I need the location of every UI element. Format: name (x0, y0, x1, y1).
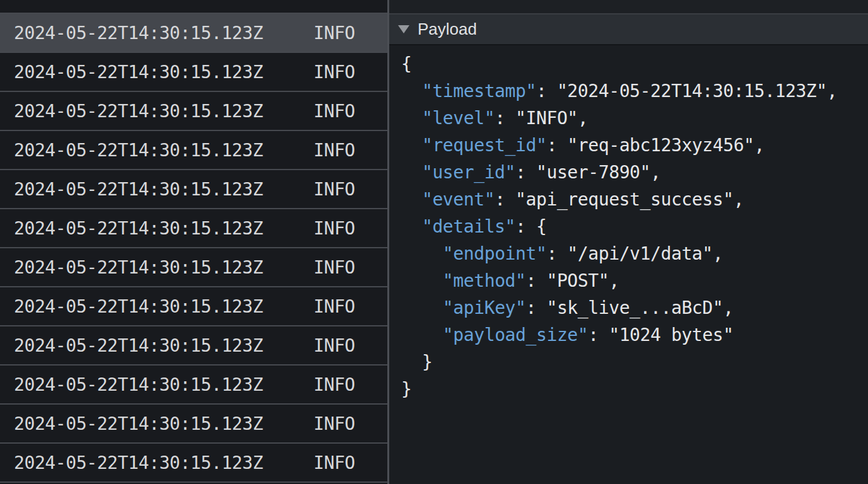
log-timestamp-cell: 2024-05-22T14:30:15.123Z (14, 0, 263, 4)
log-level-cell: INFO (314, 62, 355, 83)
log-row[interactable]: 2024-05-22T14:30:15.123ZINFO (0, 248, 387, 287)
log-timestamp-cell: 2024-05-22T14:30:15.123Z (14, 452, 263, 473)
payload-json-line: "event": "api_request_success", (401, 186, 868, 213)
log-level-cell: INFO (314, 452, 355, 473)
log-row[interactable]: 2024-05-22T14:30:15.123ZINFO (0, 405, 387, 444)
payload-json-view: { "timestamp": "2024-05-22T14:30:15.123Z… (389, 45, 868, 403)
log-timestamp-cell: 2024-05-22T14:30:15.123Z (14, 374, 263, 395)
log-rows-container: 2024-05-22T14:30:15.123ZINFO2024-05-22T1… (0, 0, 387, 484)
payload-json-line: "timestamp": "2024-05-22T14:30:15.123Z", (401, 78, 868, 105)
log-row[interactable]: 2024-05-22T14:30:15.123ZINFO (0, 131, 387, 170)
payload-section-title: Payload (418, 20, 477, 39)
payload-json-line: "payload_size": "1024 bytes" (401, 321, 868, 349)
log-timestamp-cell: 2024-05-22T14:30:15.123Z (14, 23, 263, 43)
log-timestamp-cell: 2024-05-22T14:30:15.123Z (14, 62, 263, 83)
log-level-cell: INFO (314, 101, 355, 122)
log-row[interactable]: 2024-05-22T14:30:15.123ZINFO (0, 326, 387, 366)
log-timestamp-cell: 2024-05-22T14:30:15.123Z (14, 101, 263, 122)
log-timestamp-cell: 2024-05-22T14:30:15.123Z (14, 179, 263, 200)
log-row[interactable]: 2024-05-22T14:30:15.123ZINFO (0, 444, 387, 483)
payload-json-line: "details": { (401, 213, 868, 240)
log-level-cell: INFO (314, 296, 355, 317)
log-row[interactable]: 2024-05-22T14:30:15.123ZINFO (0, 170, 387, 209)
payload-json-line: "user_id": "user-7890", (401, 159, 868, 186)
log-level-cell: INFO (314, 413, 355, 434)
payload-json-line: "method": "POST", (401, 267, 868, 294)
payload-json-line: "request_id": "req-abc123xyz456", (401, 132, 868, 159)
log-level-cell: INFO (314, 374, 355, 395)
payload-panel: Payload { "timestamp": "2024-05-22T14:30… (389, 0, 868, 484)
log-timestamp-cell: 2024-05-22T14:30:15.123Z (14, 335, 263, 356)
log-level-cell: INFO (314, 140, 355, 161)
log-row[interactable]: 2024-05-22T14:30:15.123ZINFO (0, 53, 387, 92)
payload-json-line: "level": "INFO", (401, 105, 868, 132)
log-timestamp-cell: 2024-05-22T14:30:15.123Z (14, 140, 263, 161)
log-table-panel: 2024-05-22T14:30:15.123ZINFO2024-05-22T1… (0, 0, 387, 484)
log-timestamp-cell: 2024-05-22T14:30:15.123Z (14, 257, 263, 278)
log-viewer: 2024-05-22T14:30:15.123ZINFO2024-05-22T1… (0, 0, 868, 484)
log-level-cell: INFO (314, 218, 355, 239)
log-row[interactable]: 2024-05-22T14:30:15.123ZINFO (0, 14, 387, 53)
payload-json-line: "apiKey": "sk_live_...aBcD", (401, 294, 868, 321)
log-row[interactable]: 2024-05-22T14:30:15.123ZINFO (0, 287, 387, 326)
log-row[interactable]: 2024-05-22T14:30:15.123ZINFO (0, 0, 387, 14)
payload-json-line: { (401, 50, 868, 78)
log-level-cell: INFO (314, 23, 355, 43)
log-row[interactable]: 2024-05-22T14:30:15.123ZINFO (0, 92, 387, 131)
log-level-cell: INFO (314, 335, 355, 356)
log-timestamp-cell: 2024-05-22T14:30:15.123Z (14, 296, 263, 317)
payload-section-header[interactable]: Payload (389, 13, 868, 45)
log-level-cell: INFO (314, 257, 355, 278)
log-level-cell: INFO (314, 179, 355, 200)
log-timestamp-cell: 2024-05-22T14:30:15.123Z (14, 413, 263, 434)
payload-json-line: "endpoint": "/api/v1/data", (401, 240, 868, 267)
payload-json-line: } (401, 349, 868, 376)
log-row[interactable]: 2024-05-22T14:30:15.123ZINFO (0, 366, 387, 405)
log-level-cell: INFO (314, 0, 355, 4)
payload-json-line: } (401, 376, 868, 403)
log-timestamp-cell: 2024-05-22T14:30:15.123Z (14, 218, 263, 239)
payload-top-strip (389, 0, 868, 13)
log-row[interactable]: 2024-05-22T14:30:15.123ZINFO (0, 209, 387, 248)
collapse-triangle-down-icon (398, 25, 409, 33)
